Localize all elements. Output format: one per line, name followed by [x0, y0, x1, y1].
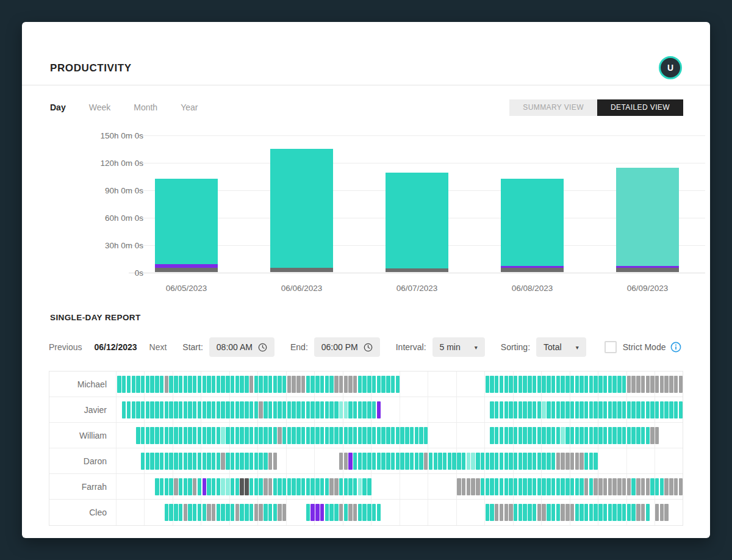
interval-cell: [264, 427, 267, 444]
interval-cell: [377, 401, 381, 418]
interval-cell: [415, 427, 418, 444]
interval-cell: [282, 478, 286, 495]
interval-cell: [594, 478, 597, 495]
x-axis-date-label: 06/07/2023: [359, 284, 475, 293]
sorting-select[interactable]: Total ▾: [536, 337, 586, 357]
interval-cell: [254, 427, 258, 444]
next-day-button[interactable]: Next: [149, 342, 167, 352]
interval-cell: [362, 401, 366, 418]
interval-cell: [150, 401, 154, 418]
interval-cell: [193, 478, 196, 495]
tab-week[interactable]: Week: [89, 102, 111, 112]
info-icon[interactable]: [670, 342, 681, 353]
interval-cell: [245, 427, 248, 444]
interval-cell: [486, 453, 489, 470]
interval-cell: [664, 376, 668, 393]
interval-cell: [193, 427, 196, 444]
interval-cell: [203, 427, 206, 444]
interval-cell: [165, 427, 168, 444]
bar-segment-gray: [270, 268, 333, 273]
interval-cell: [287, 427, 291, 444]
interval-cell: [184, 376, 187, 393]
stacked-bar-06/08/2023[interactable]: [501, 179, 564, 272]
interval-cell: [207, 401, 210, 418]
end-time-input[interactable]: 06:00 PM: [314, 337, 380, 357]
interval-cell: [377, 453, 381, 470]
interval-cell: [400, 453, 404, 470]
interval-cell: [179, 504, 182, 521]
sorting-value: Total: [544, 342, 562, 352]
tab-month[interactable]: Month: [134, 102, 157, 112]
user-avatar[interactable]: U: [659, 56, 682, 79]
interval-cell: [575, 478, 579, 495]
stacked-bar-06/06/2023[interactable]: [270, 149, 333, 273]
previous-day-button[interactable]: Previous: [49, 342, 82, 352]
interval-cell: [160, 453, 163, 470]
interval-cell: [226, 376, 229, 393]
interval-cell: [396, 376, 400, 393]
start-time-input[interactable]: 08:00 AM: [209, 337, 274, 357]
interval-cell: [490, 453, 493, 470]
interval-cell: [259, 504, 262, 521]
interval-cell: [362, 376, 366, 393]
interval-cell: [217, 504, 220, 521]
interval-cell: [117, 376, 121, 393]
bar-segment-gray: [616, 268, 679, 273]
tab-year[interactable]: Year: [181, 102, 198, 112]
interval-cell: [221, 427, 224, 444]
interval-cell: [259, 478, 262, 495]
interval-cell: [457, 453, 461, 470]
interval-cell: [660, 376, 664, 393]
stacked-bar-06/09/2023[interactable]: [616, 168, 679, 272]
tab-day[interactable]: Day: [50, 102, 66, 112]
start-time-label: Start:: [182, 342, 203, 352]
interval-cell: [301, 478, 305, 495]
stacked-bar-06/07/2023[interactable]: [386, 173, 448, 273]
interval-cell: [231, 453, 234, 470]
interval-cell: [504, 376, 508, 393]
interval-select[interactable]: 5 min ▾: [432, 337, 485, 357]
interval-cell: [589, 401, 593, 418]
interval-cell: [136, 401, 140, 418]
interval-cell: [598, 478, 602, 495]
interval-cell: [490, 478, 493, 495]
interval-cell: [367, 427, 371, 444]
interval-cell: [514, 427, 517, 444]
clock-icon: [258, 343, 267, 352]
interval-cell: [169, 401, 173, 418]
summary-view-button[interactable]: SUMMARY VIEW: [509, 99, 597, 116]
interval-cell: [617, 504, 621, 521]
interval-cell: [188, 401, 192, 418]
interval-cell: [362, 504, 366, 521]
detailed-view-button[interactable]: DETAILED VIEW: [597, 99, 683, 116]
interval-cell: [132, 376, 135, 393]
interval-cell: [580, 453, 583, 470]
interval-cell: [580, 376, 583, 393]
interval-cell: [221, 453, 224, 470]
interval-cell: [377, 427, 381, 444]
interval-cell: [287, 401, 291, 418]
interval-cell: [315, 478, 319, 495]
interval-cell: [650, 401, 654, 418]
interval-cell: [339, 427, 343, 444]
interval-cell: [165, 376, 168, 393]
strict-mode-checkbox[interactable]: [605, 341, 617, 353]
interval-cell: [636, 427, 640, 444]
interval-cell: [273, 401, 277, 418]
interval-cell: [504, 401, 508, 418]
interval-cell: [146, 376, 149, 393]
interval-cell: [565, 376, 569, 393]
interval-cell: [160, 478, 163, 495]
bar-slot: [359, 135, 475, 273]
stacked-bar-06/05/2023[interactable]: [155, 179, 218, 272]
interval-cell: [221, 401, 224, 418]
interval-cell: [372, 401, 376, 418]
interval-cell: [235, 478, 239, 495]
interval-cell: [377, 504, 381, 521]
interval-cell: [641, 504, 645, 521]
current-date: 06/12/2023: [94, 342, 137, 352]
interval-cell: [141, 453, 145, 470]
interval-cell: [537, 401, 541, 418]
interval-cell: [537, 504, 541, 521]
interval-cell: [278, 427, 281, 444]
